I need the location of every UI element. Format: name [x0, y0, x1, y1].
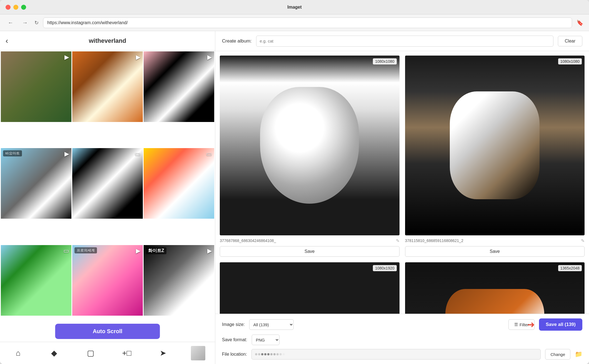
edit-icon[interactable]: ✎: [581, 238, 585, 243]
edit-icon[interactable]: ✎: [396, 238, 400, 243]
video-icon: ▶: [136, 54, 141, 61]
image-thumbnail: 1080x1920: [220, 262, 400, 314]
ig-bottom-nav: ⌂ ◆ ▢ +□ ➤: [0, 342, 215, 364]
list-item[interactable]: ▭: [72, 148, 143, 219]
file-path-dots: [255, 353, 285, 355]
ig-header: ‹ witheverland: [0, 31, 215, 51]
video-icon: ▶: [207, 247, 212, 255]
forward-button[interactable]: →: [20, 18, 30, 27]
folder-icon-button[interactable]: 📁: [575, 351, 582, 358]
video-icon: ▶: [64, 150, 69, 158]
image-dims-badge: 1080x1080: [373, 58, 396, 64]
save-button-1[interactable]: Save: [220, 246, 400, 257]
minimize-button[interactable]: [13, 5, 18, 10]
create-album-input[interactable]: [256, 36, 553, 47]
save-format-select[interactable]: PNG JPG WEBP: [252, 335, 279, 345]
image-card: 1080x1920 379057018_1475713869921075_ ✎ …: [220, 262, 400, 314]
instagram-panel: ‹ witheverland ▶ ▶ ▶ 바요마트: [0, 31, 215, 364]
image-card: 1080x1080 377687868_686304246864108_ ✎ S…: [220, 56, 400, 257]
cell-badge: 프로의세계: [74, 247, 97, 253]
window-controls: [6, 5, 26, 10]
list-item[interactable]: ▭: [144, 148, 214, 219]
image-size-label: Image size:: [222, 322, 245, 327]
create-album-bar: Create album: Clear: [215, 31, 589, 51]
video-icon: ▶: [64, 54, 69, 61]
bottom-controls: Image size: All (139) Large Medium Small…: [215, 314, 589, 364]
save-button-2[interactable]: Save: [405, 246, 585, 257]
image-thumbnail: 1365x2048: [405, 262, 585, 314]
ig-messages-button[interactable]: ➤: [154, 345, 171, 361]
file-location-display: [251, 349, 541, 360]
image-filename: 377687868_686304246864108_: [220, 238, 394, 243]
ig-add-button[interactable]: +□: [118, 345, 135, 361]
list-item[interactable]: ▭: [1, 245, 71, 316]
list-item[interactable]: 바요마트 ▶: [1, 148, 71, 219]
file-location-label: File location:: [222, 352, 247, 357]
addressbar: ← → ↻ 🔖: [0, 14, 589, 31]
ig-reels-button[interactable]: ▢: [82, 345, 99, 361]
gallery-icon: ▭: [135, 150, 141, 158]
change-button[interactable]: Change: [545, 349, 570, 360]
image-dims-badge: 1080x1920: [373, 265, 396, 271]
close-button[interactable]: [6, 5, 11, 10]
window-title: Imaget: [287, 5, 302, 10]
titlebar: Imaget: [0, 0, 589, 14]
create-album-label: Create album:: [222, 38, 252, 44]
ig-explore-button[interactable]: ◆: [46, 345, 63, 361]
image-size-select[interactable]: All (139) Large Medium Small: [249, 319, 294, 330]
arrow-indicator: ➜: [527, 319, 535, 330]
image-dims-badge: 1080x1080: [558, 58, 582, 64]
filename-row: 377687868_686304246864108_ ✎: [220, 238, 400, 243]
image-thumbnail: 1080x1080: [405, 56, 585, 235]
save-all-button[interactable]: Save all (139): [539, 318, 582, 331]
url-input[interactable]: [43, 18, 572, 28]
ig-home-button[interactable]: ⌂: [10, 345, 26, 361]
filename-row: 378115810_686859116808621_2 ✎: [405, 238, 585, 243]
image-card: 1080x1080 378115810_686859116808621_2 ✎ …: [405, 56, 585, 257]
bookmark-icon[interactable]: 🔖: [576, 19, 583, 26]
back-button[interactable]: ←: [6, 18, 16, 27]
image-grid: 1080x1080 377687868_686304246864108_ ✎ S…: [215, 51, 589, 314]
list-item[interactable]: ▶: [72, 51, 143, 122]
list-item[interactable]: 프로의세계 ▶: [72, 245, 143, 316]
ig-grid: ▶ ▶ ▶ 바요마트 ▶ ▭: [0, 51, 215, 342]
list-item[interactable]: ▶: [144, 51, 214, 122]
ig-back-button[interactable]: ‹: [6, 36, 8, 45]
image-card: 1365x2048 379700632_687485283412671_ ✎ S…: [405, 262, 585, 314]
video-icon: ▶: [207, 54, 212, 61]
ig-username: witheverland: [89, 37, 126, 44]
save-format-label: Save format:: [222, 337, 247, 342]
list-item[interactable]: 화이트Z ▶: [144, 245, 214, 316]
gallery-icon: ▭: [206, 150, 212, 158]
video-icon: ▶: [136, 247, 141, 255]
auto-scroll-button[interactable]: Auto Scroll: [55, 324, 160, 339]
clear-button[interactable]: Clear: [558, 36, 582, 46]
cell-badge: 바요마트: [3, 150, 22, 156]
gallery-icon: ▭: [63, 247, 69, 255]
file-location-row: File location:: [222, 349, 582, 360]
maximize-button[interactable]: [21, 5, 26, 10]
cell-badge: 화이트Z: [146, 247, 166, 254]
ig-avatar[interactable]: [191, 346, 205, 360]
reload-button[interactable]: ↻: [34, 20, 39, 26]
image-thumbnail: 1080x1080: [220, 56, 400, 235]
download-panel: Create album: Clear 1080x1080 3: [215, 31, 589, 364]
list-item[interactable]: ▶: [1, 51, 71, 122]
filter-icon: ☰: [514, 322, 518, 327]
image-size-row: Image size: All (139) Large Medium Small…: [222, 318, 582, 331]
image-dims-badge: 1365x2048: [558, 265, 582, 271]
image-filename: 378115810_686859116808621_2: [405, 238, 579, 243]
main-content: ‹ witheverland ▶ ▶ ▶ 바요마트: [0, 31, 589, 364]
app-window: Imaget ← → ↻ 🔖 ‹ witheverland ▶: [0, 0, 589, 364]
save-format-row: Save format: PNG JPG WEBP: [222, 335, 582, 345]
